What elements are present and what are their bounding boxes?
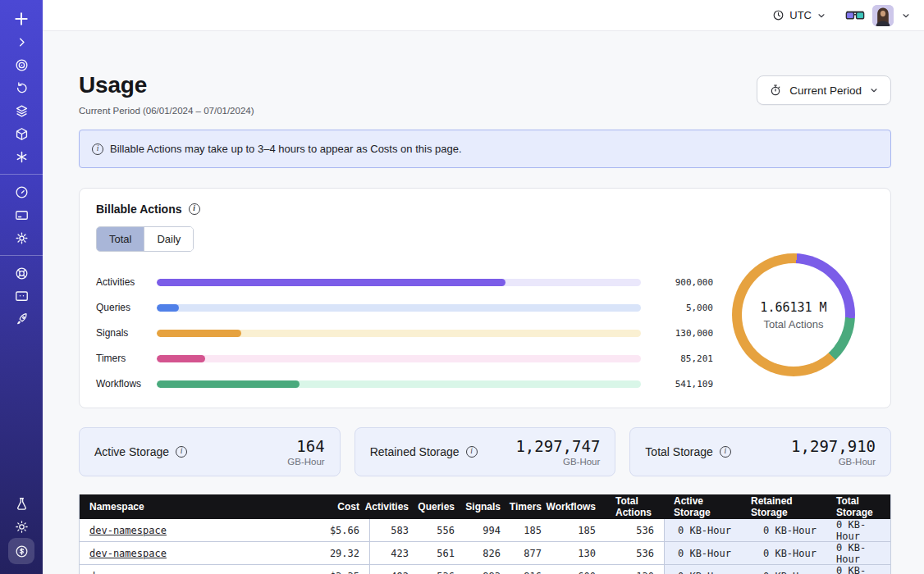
billable-actions-card: Billable Actions Total Daily Activities9…	[79, 188, 891, 408]
info-icon[interactable]	[720, 446, 731, 458]
namespaces-spiral-icon[interactable]	[8, 53, 34, 76]
total-storage-value: 1,297,910	[791, 437, 876, 455]
retained-storage-card: Retained Storage 1,297,747 GB-Hour	[355, 427, 616, 476]
table-row: dev-namespace$5.665835569941851855360 KB…	[80, 519, 890, 542]
retained-storage-label: Retained Storage	[370, 445, 460, 458]
billable-actions-tab-group: Total Daily	[96, 226, 194, 252]
table-cell: 536	[606, 519, 664, 541]
labs-flask-icon[interactable]	[8, 492, 34, 515]
settings-gear-icon[interactable]	[8, 226, 34, 249]
table-header-row: NamespaceCostActivitiesQueriesSignalsTim…	[80, 494, 890, 519]
stopwatch-icon	[769, 84, 782, 97]
bar-row-signals: Signals130,000	[96, 327, 713, 339]
clock-icon	[772, 9, 784, 21]
timezone-label: UTC	[789, 9, 812, 21]
usage-coin-icon[interactable]	[8, 538, 34, 564]
table-cell: 826	[464, 542, 510, 564]
account-menu-chevron-icon[interactable]	[901, 11, 911, 20]
total-storage-unit: GB-Hour	[791, 457, 876, 467]
namespace-link[interactable]: dev-namespace	[89, 548, 167, 559]
bar-label: Queries	[96, 302, 157, 313]
chevron-down-icon	[817, 11, 826, 20]
bar-value: 900,000	[641, 277, 713, 288]
table-cell: 883	[464, 565, 510, 574]
rocket-icon[interactable]	[8, 308, 34, 330]
table-cell: 877	[510, 542, 551, 564]
tab-daily[interactable]: Daily	[144, 227, 193, 251]
column-header-retained-storage: Retained Storage	[741, 494, 826, 519]
bar-track	[157, 380, 641, 388]
history-retry-icon[interactable]	[8, 76, 34, 99]
billable-actions-bar-chart: Activities900,000Queries5,000Signals130,…	[96, 270, 713, 390]
support-lifebuoy-icon[interactable]	[8, 262, 34, 285]
theme-sun-icon[interactable]	[8, 515, 34, 538]
period-selector-label: Current Period	[789, 84, 862, 97]
table-cell: 0 KB-Hour	[826, 542, 890, 564]
table-cell: 130	[551, 542, 606, 564]
table-cell: 0 KB-Hour	[664, 519, 741, 541]
bar-track	[157, 330, 641, 337]
bar-value: 130,000	[641, 328, 713, 339]
column-header-active-storage: Active Storage	[664, 494, 741, 519]
table-cell: 556	[419, 519, 464, 541]
bar-track	[157, 279, 641, 286]
table-row: dev-namespace29.324235618268771305360 KB…	[80, 542, 890, 565]
bar-label: Signals	[96, 327, 157, 339]
bar-fill	[157, 304, 179, 312]
namespace-link[interactable]: dev-namespace	[89, 571, 167, 574]
expand-chevron-icon[interactable]	[8, 30, 34, 53]
bar-row-activities: Activities900,000	[96, 276, 713, 288]
temporal-logo-icon[interactable]	[8, 7, 34, 30]
table-cell: 561	[419, 542, 464, 564]
cube-icon[interactable]	[8, 122, 34, 145]
column-header-total-storage: Total Storage	[826, 494, 890, 519]
avatar[interactable]	[872, 5, 894, 26]
glasses-icon[interactable]	[845, 10, 865, 21]
table-cell: 816	[510, 565, 551, 574]
table-cell: 994	[464, 519, 510, 541]
donut-total-label: Total Actions	[760, 318, 826, 330]
table-cell: 423	[369, 542, 419, 564]
column-header-namespace: Namespace	[80, 494, 302, 519]
gauge-icon[interactable]	[8, 180, 34, 203]
billing-card-icon[interactable]	[8, 203, 34, 226]
table-cell: 583	[369, 519, 419, 541]
tab-total[interactable]: Total	[97, 227, 144, 251]
timezone-selector[interactable]: UTC	[772, 9, 826, 21]
namespace-usage-table: NamespaceCostActivitiesQueriesSignalsTim…	[79, 494, 891, 574]
table-cell: 600	[551, 565, 606, 574]
column-header-queries: Queries	[419, 494, 464, 519]
active-storage-value: 164	[287, 437, 324, 455]
table-cell: $5.66	[302, 519, 369, 541]
donut-total-value: 1.66131 M	[760, 300, 826, 315]
table-cell: 130	[606, 565, 664, 574]
sidebar-divider	[0, 174, 43, 175]
table-cell: 0 KB-Hour	[664, 565, 741, 574]
info-icon[interactable]	[176, 446, 187, 458]
table-cell: 185	[551, 519, 606, 541]
topbar: UTC	[43, 0, 924, 31]
layers-icon[interactable]	[8, 99, 34, 122]
period-selector-button[interactable]: Current Period	[757, 75, 891, 105]
storage-summary-row: Active Storage 164 GB-Hour Retained Stor…	[79, 427, 891, 476]
table-cell: 536	[419, 565, 464, 574]
column-header-timers: Timers	[510, 494, 551, 519]
table-cell: 0 KB-Hour	[826, 519, 890, 541]
active-storage-card: Active Storage 164 GB-Hour	[79, 427, 341, 476]
retained-storage-value: 1,297,747	[515, 437, 600, 455]
bar-value: 85,201	[641, 353, 713, 364]
bar-fill	[157, 279, 505, 286]
bar-label: Timers	[96, 353, 157, 364]
namespace-link[interactable]: dev-namespace	[89, 525, 167, 536]
page-subtitle: Current Period (06/01/2024 – 07/01/2024)	[79, 106, 254, 116]
asterisk-icon[interactable]	[8, 145, 34, 168]
table-cell: 29.32	[302, 542, 369, 564]
billable-actions-title: Billable Actions	[96, 203, 182, 216]
info-icon[interactable]	[189, 203, 200, 215]
feedback-monitor-icon[interactable]	[8, 285, 34, 308]
table-cell: 0 KB-Hour	[664, 542, 741, 564]
info-icon[interactable]	[466, 446, 478, 458]
table-cell: 492	[369, 565, 419, 574]
bar-row-timers: Timers85,201	[96, 353, 713, 364]
sidebar	[0, 0, 43, 574]
